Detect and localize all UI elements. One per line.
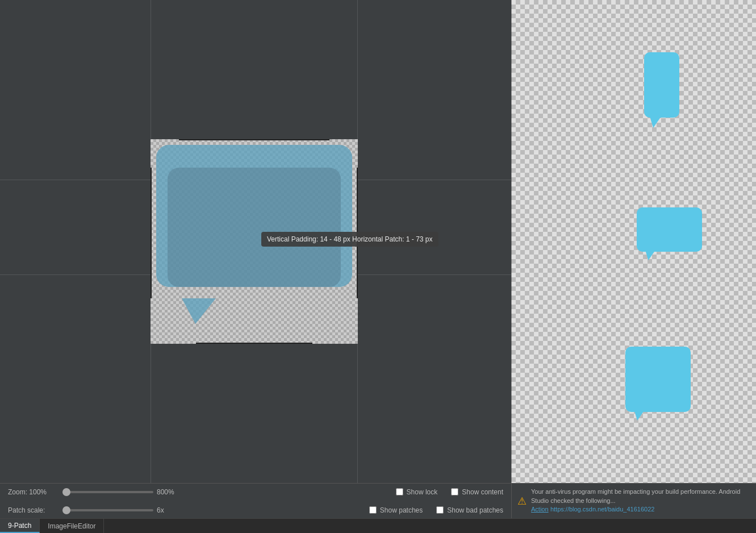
preview-panel xyxy=(511,0,756,483)
patch-border-bottom xyxy=(196,343,312,344)
editor-panel[interactable]: Vertical Padding: 14 - 48 px Horizontal … xyxy=(0,0,511,483)
patch-scale-row: Patch scale: 6x Show patches Show bad pa… xyxy=(8,502,503,518)
preview-bubble-medium xyxy=(637,207,702,252)
patch-border-left xyxy=(151,168,152,298)
patch-scale-slider-container: 6x xyxy=(62,506,175,514)
main-area: Vertical Padding: 14 - 48 px Horizontal … xyxy=(0,0,756,483)
show-content-label[interactable]: Show content xyxy=(462,488,503,496)
show-content-group: Show content xyxy=(451,488,503,496)
warning-icon: ⚠ xyxy=(517,495,527,507)
tab-9patch[interactable]: 9-Patch xyxy=(0,519,40,533)
show-patches-group: Show patches xyxy=(369,506,423,514)
patch-scale-label: Patch scale: xyxy=(8,506,53,514)
show-patches-label[interactable]: Show patches xyxy=(380,506,423,514)
tooltip: Vertical Padding: 14 - 48 px Horizontal … xyxy=(261,232,438,247)
tab-image-editor[interactable]: ImageFileEditor xyxy=(40,519,104,533)
show-bad-patches-checkbox[interactable] xyxy=(436,506,444,514)
patch-scale-max-val: 6x xyxy=(157,506,175,514)
checkboxes-section: Show lock Show content xyxy=(396,488,503,496)
zoom-label: Zoom: 100% xyxy=(8,488,53,496)
bottom-controls: Zoom: 100% 800% Show lock Show content P… xyxy=(0,483,511,518)
preview-bubble-small xyxy=(644,52,679,118)
zoom-slider-container: 800% xyxy=(62,488,175,496)
show-lock-checkbox[interactable] xyxy=(396,488,403,495)
show-lock-label[interactable]: Show lock xyxy=(407,488,438,496)
notification-bar: ⚠ Your anti-virus program might be impac… xyxy=(511,483,756,518)
notification-link[interactable]: Action xyxy=(531,506,549,513)
notification-content: Your anti-virus program might be impacti… xyxy=(531,488,750,514)
show-bad-patches-label[interactable]: Show bad patches xyxy=(447,506,503,514)
preview-separator xyxy=(511,0,512,483)
notification-text: Your anti-virus program might be impacti… xyxy=(531,488,750,505)
tab-image-editor-label: ImageFileEditor xyxy=(48,522,95,530)
zoom-max-val: 800% xyxy=(157,488,175,496)
tab-bar: 9-Patch ImageFileEditor xyxy=(0,518,756,533)
content-overlay xyxy=(168,168,341,287)
tooltip-text: Vertical Padding: 14 - 48 px Horizontal … xyxy=(267,235,433,243)
checkboxes-section-2: Show patches Show bad patches xyxy=(369,506,503,514)
show-bad-patches-group: Show bad patches xyxy=(436,506,503,514)
show-patches-checkbox[interactable] xyxy=(369,506,377,514)
patch-scale-slider[interactable] xyxy=(62,509,153,511)
app-container: Vertical Padding: 14 - 48 px Horizontal … xyxy=(0,0,756,533)
show-lock-group: Show lock xyxy=(396,488,438,496)
notification-url: https://blog.csdn.net/baidu_41616022 xyxy=(550,506,654,513)
patch-border-top xyxy=(179,139,329,140)
zoom-row: Zoom: 100% 800% Show lock Show content xyxy=(8,484,503,500)
tab-9patch-label: 9-Patch xyxy=(8,522,31,530)
preview-bubble-large xyxy=(625,347,691,412)
zoom-slider[interactable] xyxy=(62,491,153,493)
show-content-checkbox[interactable] xyxy=(451,488,458,495)
